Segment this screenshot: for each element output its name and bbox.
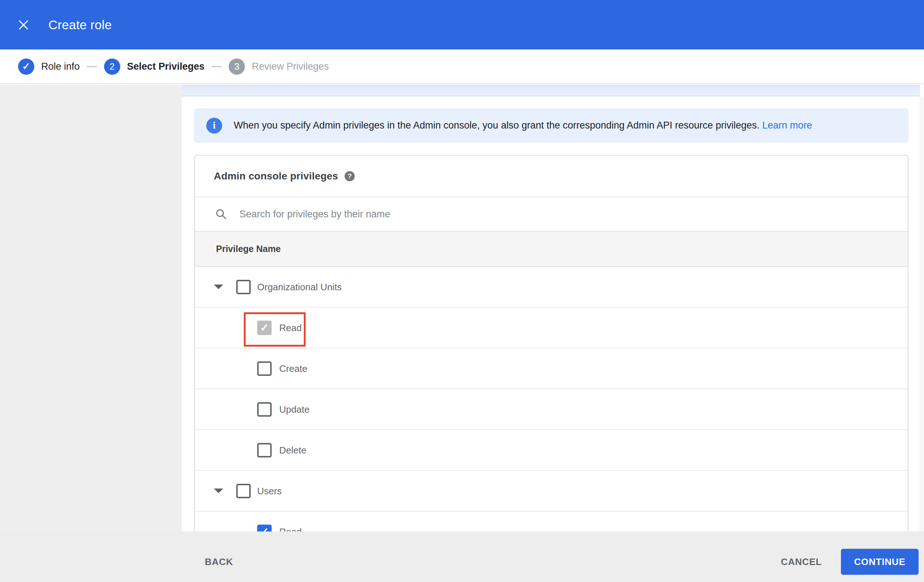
- privilege-row-read-6: ✓Read: [195, 511, 908, 531]
- close-icon[interactable]: [17, 19, 30, 31]
- expand-arrow-icon[interactable]: [214, 285, 223, 289]
- search-row: [195, 197, 908, 232]
- card-title-row: Admin console privileges ?: [195, 156, 908, 197]
- privilege-label-create-2[interactable]: Create: [279, 363, 307, 374]
- info-icon: i: [206, 118, 222, 134]
- step-label-review-privileges: Review Privileges: [252, 61, 329, 72]
- step-done-circle: ✓: [18, 58, 34, 75]
- privilege-row-users-5: Users: [195, 471, 908, 511]
- step-role-info[interactable]: ✓ Role info: [18, 58, 80, 75]
- content-area: i When you specify Admin privileges in t…: [182, 85, 924, 531]
- card-title: Admin console privileges: [214, 170, 338, 182]
- dialog-header: Create role: [0, 0, 924, 49]
- step-upcoming-circle: 3: [229, 58, 245, 75]
- privilege-row-organizational-units-0: Organizational Units: [195, 267, 908, 308]
- privilege-label-read-6[interactable]: Read: [279, 526, 302, 531]
- vertical-scrollbar[interactable]: [920, 96, 924, 531]
- checkbox-update-3[interactable]: [257, 402, 272, 417]
- checkbox-delete-4[interactable]: [257, 443, 272, 457]
- cancel-button[interactable]: CANCEL: [781, 549, 822, 575]
- search-input[interactable]: [239, 208, 782, 220]
- checkbox-users-5[interactable]: [236, 484, 251, 498]
- info-banner: i When you specify Admin privileges in t…: [194, 108, 909, 143]
- close-x-glyph: [18, 20, 29, 30]
- checkbox-organizational-units-0[interactable]: [236, 280, 251, 294]
- admin-privileges-card: Admin console privileges ? Privilege Nam…: [194, 155, 909, 531]
- checkbox-read-6[interactable]: ✓: [257, 524, 272, 531]
- privilege-row-update-3: Update: [195, 389, 908, 430]
- learn-more-link[interactable]: Learn more: [762, 120, 812, 131]
- step-label-select-privileges: Select Privileges: [127, 61, 205, 72]
- left-spacer-panel: [0, 85, 182, 531]
- expand-arrow-icon[interactable]: [214, 488, 223, 493]
- privilege-row-create-2: Create: [195, 348, 908, 389]
- privilege-label-update-3[interactable]: Update: [279, 404, 310, 415]
- step-connector: [87, 66, 97, 67]
- stepper: ✓ Role info 2 Select Privileges 3 Review…: [0, 49, 924, 84]
- search-icon: [215, 208, 227, 220]
- checkmark-icon: ✓: [260, 322, 269, 333]
- info-banner-text: When you specify Admin privileges in the…: [234, 120, 812, 131]
- create-role-dialog: Create role ✓ Role info 2 Select Privile…: [0, 0, 924, 582]
- step-connector: [211, 66, 222, 67]
- continue-button[interactable]: CONTINUE: [841, 549, 919, 575]
- info-banner-message: When you specify Admin privileges in the…: [234, 120, 760, 131]
- privilege-label-users-5[interactable]: Users: [257, 485, 282, 496]
- step-review-privileges[interactable]: 3 Review Privileges: [229, 58, 329, 75]
- back-button[interactable]: BACK: [205, 549, 233, 575]
- privilege-rows: Organizational Units✓ReadCreateUpdateDel…: [195, 267, 908, 531]
- check-icon: ✓: [22, 62, 30, 71]
- checkmark-icon: ✓: [260, 526, 269, 531]
- dialog-title: Create role: [48, 18, 112, 32]
- privilege-label-delete-4[interactable]: Delete: [279, 444, 306, 456]
- checkbox-create-2[interactable]: [257, 361, 272, 376]
- step-label-role-info: Role info: [41, 61, 80, 72]
- privilege-row-read-1: ✓Read: [195, 308, 908, 348]
- step-select-privileges[interactable]: 2 Select Privileges: [104, 58, 205, 75]
- checkbox-read-1[interactable]: ✓: [257, 321, 272, 335]
- step-active-circle: 2: [104, 58, 120, 75]
- scrolled-content-edge: [182, 85, 920, 96]
- footer-bar: BACK CANCEL CONTINUE: [0, 531, 924, 582]
- help-icon[interactable]: ?: [345, 171, 355, 181]
- privilege-row-delete-4: Delete: [195, 430, 908, 471]
- privilege-label-organizational-units-0[interactable]: Organizational Units: [257, 281, 342, 292]
- privilege-label-read-1[interactable]: Read: [279, 322, 302, 333]
- privilege-name-column-header: Privilege Name: [195, 232, 908, 267]
